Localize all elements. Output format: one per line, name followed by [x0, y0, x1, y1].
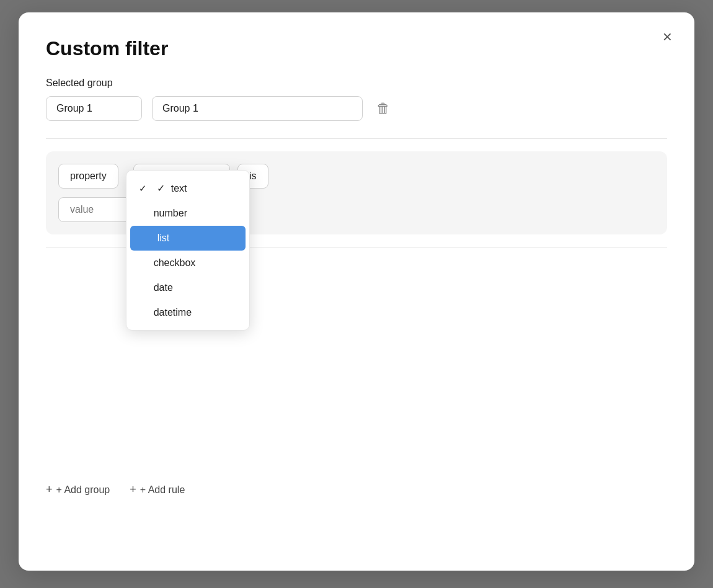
bottom-actions: + + Add group + + Add rule: [46, 483, 667, 496]
modal-title: Custom filter: [46, 37, 667, 60]
add-rule-label: + Add rule: [140, 484, 185, 496]
add-rule-button[interactable]: + + Add rule: [130, 483, 185, 496]
dropdown-item-date[interactable]: date: [126, 275, 249, 300]
close-button[interactable]: ×: [658, 26, 677, 47]
filter-area: property ✓ text number list: [46, 151, 667, 234]
section-divider: [46, 138, 667, 139]
dropdown-item-text[interactable]: ✓ text: [126, 176, 249, 201]
plus-icon-group: +: [46, 483, 53, 496]
dropdown-item-datetime[interactable]: datetime: [126, 300, 249, 325]
group-row: 🗑: [46, 96, 667, 121]
add-group-label: + Add group: [56, 484, 110, 496]
property-button[interactable]: property: [58, 164, 118, 189]
custom-filter-modal: × Custom filter Selected group 🗑 propert…: [19, 12, 694, 571]
trash-icon: 🗑: [376, 100, 390, 116]
type-dropdown-menu: ✓ text number list checkbox: [126, 170, 250, 331]
dropdown-item-list[interactable]: list: [130, 226, 246, 251]
dropdown-item-number[interactable]: number: [126, 201, 249, 226]
delete-group-button[interactable]: 🗑: [373, 97, 394, 120]
group-name-input-small[interactable]: [46, 96, 142, 121]
group-name-input-large[interactable]: [152, 96, 363, 121]
plus-icon-rule: +: [130, 483, 136, 496]
dropdown-item-checkbox[interactable]: checkbox: [126, 251, 249, 275]
check-icon: ✓: [157, 182, 165, 194]
add-group-button[interactable]: + + Add group: [46, 483, 110, 496]
filter-row: property ✓ text number list: [58, 164, 655, 189]
selected-group-label: Selected group: [46, 78, 667, 89]
